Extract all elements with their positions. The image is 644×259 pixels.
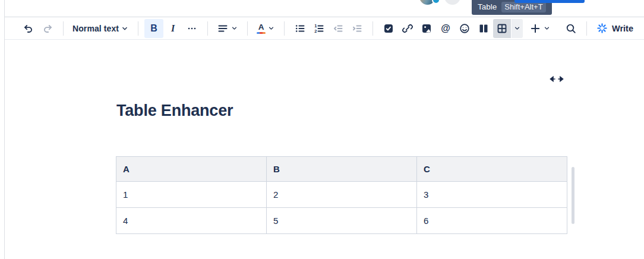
toolbar-divider (247, 21, 248, 36)
table-header-cell[interactable]: A (116, 157, 267, 182)
numbered-list-icon: 1 2 (313, 23, 325, 34)
media-button[interactable] (417, 19, 436, 38)
page-width-toggle[interactable] (547, 74, 566, 84)
layout-button[interactable] (474, 19, 493, 38)
toolbar-divider (207, 21, 208, 36)
toolbar-divider (586, 21, 587, 36)
chevron-down-icon (267, 24, 275, 32)
tooltip-label: Table (478, 2, 497, 11)
search-icon (565, 23, 577, 34)
expand-width-icon (548, 75, 565, 83)
table-cell[interactable]: 1 (116, 182, 267, 208)
table-header-cell[interactable]: C (417, 157, 567, 182)
chevron-down-icon (513, 24, 521, 32)
table-body: 123456 (116, 182, 567, 234)
align-dropdown[interactable] (214, 19, 241, 38)
italic-icon: I (171, 23, 175, 34)
ai-sparkle-icon (596, 23, 608, 34)
svg-text:2: 2 (314, 29, 317, 34)
redo-icon (42, 23, 53, 34)
more-formatting-button[interactable] (182, 19, 201, 38)
emoji-icon (459, 23, 471, 34)
tooltip-shortcut: Shift+Alt+T (501, 2, 545, 12)
emoji-button[interactable] (455, 19, 474, 38)
link-icon (402, 23, 413, 34)
plus-icon (529, 23, 541, 34)
text-color-icon: A (257, 23, 266, 34)
ai-write-button[interactable]: Write (593, 19, 637, 38)
publish-button-edge[interactable] (514, 0, 585, 3)
table-header-cell[interactable]: B (267, 157, 417, 182)
table-row: 123 (116, 182, 567, 208)
columns-layout-icon (478, 23, 490, 34)
align-left-icon (217, 23, 229, 34)
redo-button[interactable] (38, 19, 57, 38)
table-cell[interactable]: 2 (267, 182, 417, 208)
indent-icon (351, 23, 363, 34)
text-style-dropdown[interactable]: Normal text (70, 19, 132, 38)
editor-toolbar: Normal text B I (5, 17, 644, 40)
text-color-dropdown[interactable]: A (254, 19, 278, 38)
find-button[interactable] (561, 19, 580, 38)
indent-button[interactable] (348, 19, 367, 38)
table-icon (496, 23, 508, 34)
table-cell[interactable]: 6 (417, 208, 567, 234)
undo-button[interactable] (19, 19, 38, 38)
table-split-button (493, 19, 523, 38)
insert-dropdown[interactable] (526, 19, 554, 38)
bold-button[interactable]: B (144, 19, 163, 38)
svg-text:1: 1 (314, 23, 317, 29)
toolbar-divider (138, 21, 138, 36)
table-header-row: ABC (116, 157, 567, 182)
outdent-button[interactable] (329, 19, 348, 38)
table-options-chevron[interactable] (512, 19, 523, 38)
task-list-button[interactable] (379, 19, 398, 38)
image-icon (421, 23, 433, 34)
bold-icon: B (150, 23, 157, 34)
avatar-status-badge (432, 0, 440, 4)
mention-icon: @ (441, 23, 450, 34)
table-resize-handle[interactable] (572, 167, 574, 224)
content-table: ABC 123456 (116, 156, 567, 234)
page-title[interactable]: Table Enhancer (116, 102, 233, 120)
more-horizontal-icon (187, 23, 197, 34)
mention-button[interactable]: @ (436, 19, 455, 38)
ai-write-label: Write (612, 24, 633, 33)
chevron-down-icon (543, 24, 551, 32)
toolbar-divider (284, 21, 285, 36)
numbered-list-button[interactable]: 1 2 (310, 19, 329, 38)
table-cell[interactable]: 5 (267, 208, 417, 234)
outdent-icon (332, 23, 344, 34)
table-cell[interactable]: 3 (417, 182, 567, 208)
text-style-label: Normal text (72, 24, 119, 33)
italic-button[interactable]: I (163, 19, 182, 38)
toolbar-divider (63, 21, 64, 36)
chevron-down-icon (231, 24, 238, 32)
undo-icon (23, 23, 34, 34)
bullet-list-button[interactable] (291, 19, 310, 38)
chevron-down-icon (121, 24, 129, 33)
table-cell[interactable]: 4 (116, 208, 267, 234)
task-checkbox-icon (383, 23, 394, 34)
table-button[interactable] (493, 19, 511, 38)
table-row: 456 (116, 208, 567, 234)
link-button[interactable] (398, 19, 417, 38)
toolbar-divider (372, 21, 373, 36)
editor-screen: Table Shift+Alt+T Normal text (0, 0, 644, 259)
bullet-list-icon (294, 23, 306, 34)
avatar-placeholder[interactable] (444, 0, 460, 5)
